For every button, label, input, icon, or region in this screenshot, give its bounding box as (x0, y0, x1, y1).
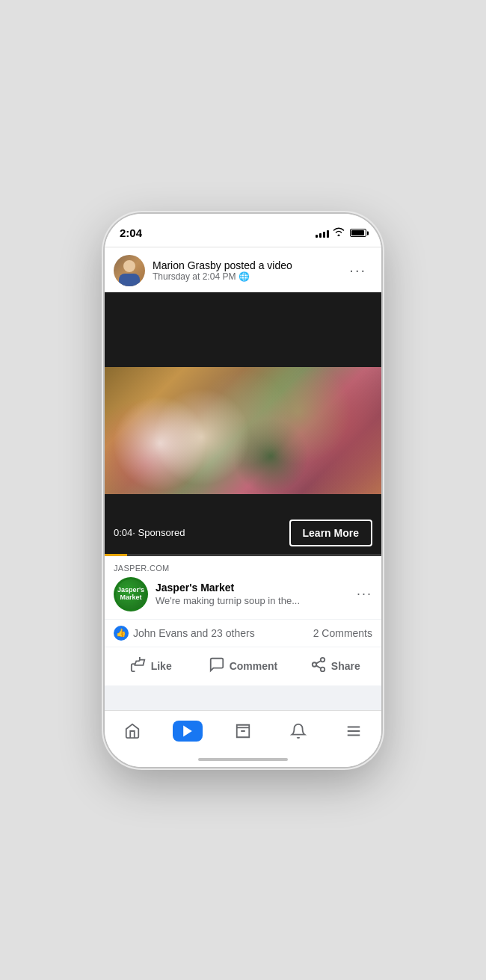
comments-count: 2 Comments (313, 627, 372, 639)
post-author-info: Marion Grasby posted a video Thursday at… (114, 255, 292, 286)
ad-logo-text: Jasper'sMarket (117, 587, 144, 602)
share-button[interactable]: Share (289, 650, 381, 682)
video-overlay-bar: 0:04· Sponsored Learn More (105, 512, 381, 554)
learn-more-button[interactable]: Learn More (289, 520, 372, 546)
avatar (114, 255, 145, 286)
reactions-row: 👍 John Evans and 23 others 2 Comments (105, 619, 381, 647)
svg-point-2 (321, 667, 325, 671)
like-button[interactable]: Like (105, 650, 197, 682)
post-header: Marion Grasby posted a video Thursday at… (105, 247, 381, 292)
nav-menu[interactable] (326, 711, 381, 752)
post-author-name: Marion Grasby posted a video (153, 259, 292, 271)
video-content (105, 367, 381, 494)
video-dark-top (105, 292, 381, 367)
ad-logo: Jasper'sMarket (114, 577, 148, 611)
content-area[interactable]: Marion Grasby posted a video Thursday at… (105, 247, 381, 710)
nav-notifications[interactable] (271, 711, 326, 752)
nav-marketplace[interactable] (215, 711, 271, 752)
ad-description: We're making turnip soup in the... (156, 595, 300, 606)
battery-icon (350, 229, 366, 237)
nav-video[interactable] (160, 711, 215, 752)
signal-icon (316, 229, 329, 238)
likes-text: John Evans and 23 others (133, 627, 255, 639)
svg-point-0 (321, 657, 325, 662)
comment-icon (209, 656, 225, 677)
video-container[interactable]: 0:04· Sponsored Learn More (105, 292, 381, 554)
post-meta: Marion Grasby posted a video Thursday at… (153, 259, 292, 282)
bottom-nav (105, 710, 381, 752)
ad-source-url: JASPER.COM (114, 564, 372, 573)
nav-home[interactable] (105, 711, 160, 752)
phone-frame: 2:04 (105, 214, 381, 767)
post-timestamp: Thursday at 2:04 PM 🌐 (153, 271, 292, 282)
video-progress-bar (105, 554, 381, 556)
reaction-likes: 👍 John Evans and 23 others (114, 626, 255, 641)
globe-icon: 🌐 (239, 271, 250, 282)
ad-page-name: Jasper's Market (156, 582, 300, 594)
share-label: Share (331, 660, 360, 672)
phone-notch (194, 214, 292, 235)
ad-text-info: Jasper's Market We're making turnip soup… (156, 582, 300, 606)
video-dark-bottom: 0:04· Sponsored Learn More (105, 494, 381, 554)
svg-point-1 (313, 662, 317, 667)
svg-line-4 (316, 660, 321, 663)
like-label: Like (151, 660, 172, 672)
like-badge-icon: 👍 (114, 626, 129, 641)
action-buttons-row: Like Comment (105, 647, 381, 685)
food-overlay (105, 367, 381, 494)
ad-logo-info: Jasper'sMarket Jasper's Market We're mak… (114, 577, 300, 611)
post-more-button[interactable]: ··· (343, 259, 372, 282)
like-icon (130, 656, 147, 677)
status-time: 2:04 (120, 226, 142, 239)
home-bar (198, 758, 288, 761)
comment-button[interactable]: Comment (197, 650, 289, 682)
video-progress-fill (105, 554, 127, 556)
svg-marker-5 (183, 726, 192, 737)
share-icon (310, 656, 327, 677)
ad-card: JASPER.COM Jasper'sMarket Jasper's Marke… (105, 556, 381, 619)
status-icons (316, 227, 366, 238)
ad-row: Jasper'sMarket Jasper's Market We're mak… (114, 577, 372, 611)
wifi-icon (333, 227, 345, 238)
svg-line-3 (316, 665, 321, 668)
home-indicator (105, 752, 381, 767)
ad-more-button[interactable]: ··· (357, 586, 372, 602)
video-time-sponsored: 0:04· Sponsored (114, 527, 185, 538)
comment-label: Comment (230, 660, 278, 672)
